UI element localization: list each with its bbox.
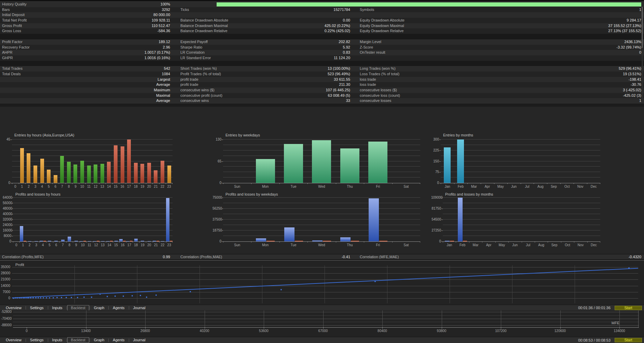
stat-label: Balance Drawdown Relative bbox=[180, 28, 228, 34]
stat-value: 37 155.52 (27.13%) bbox=[608, 23, 641, 29]
profit-bar bbox=[88, 241, 91, 241]
chart-plot-area bbox=[443, 198, 600, 242]
bar bbox=[340, 148, 359, 183]
data-point bbox=[38, 297, 39, 299]
loss-bar bbox=[351, 241, 359, 241]
y-axis-label: 18750 bbox=[213, 228, 221, 232]
gridline bbox=[12, 286, 638, 286]
x-axis-tick bbox=[166, 183, 166, 184]
gridline bbox=[13, 312, 639, 312]
stat-cell: Total Net Profit109 928.11 bbox=[0, 18, 179, 23]
stat-value: 542 bbox=[164, 66, 170, 71]
gridline bbox=[13, 315, 639, 316]
x-axis-label: 4 bbox=[40, 243, 46, 247]
tab-backtest[interactable]: Backtest bbox=[67, 337, 89, 343]
profit-bar bbox=[284, 227, 294, 241]
tab-inputs[interactable]: Inputs bbox=[49, 305, 66, 311]
x-axis-tick bbox=[600, 183, 600, 184]
start-button-bottom[interactable]: Start bbox=[615, 338, 642, 342]
bar-slot bbox=[99, 140, 106, 183]
x-axis-label: Wed bbox=[307, 243, 335, 247]
y-axis-label: 35000 bbox=[0, 265, 10, 269]
gridline bbox=[619, 311, 620, 327]
tab-agents[interactable]: Agents bbox=[109, 338, 128, 343]
x-axis-tick bbox=[172, 183, 173, 184]
tab-inputs[interactable]: Inputs bbox=[49, 338, 66, 343]
x-axis-label: 93800 bbox=[431, 329, 452, 333]
tab-journal[interactable]: Journal bbox=[129, 338, 149, 343]
bar-slot bbox=[152, 140, 159, 183]
x-axis-label: Aug bbox=[534, 185, 547, 188]
bar-slot bbox=[32, 140, 39, 183]
tab-settings[interactable]: Settings bbox=[26, 305, 47, 311]
stat-label: AHPR bbox=[2, 50, 13, 55]
chart-plot-area bbox=[223, 198, 420, 242]
stats-scrollbar-thumb[interactable] bbox=[642, 7, 643, 48]
x-axis-label: 14 bbox=[106, 243, 112, 247]
y-axis-label: 0 bbox=[431, 181, 439, 185]
stat-cell: loss trade-198.41 bbox=[357, 77, 644, 82]
y-axis-label: 0 bbox=[213, 181, 221, 185]
y-axis-label: 0 bbox=[3, 239, 11, 243]
y-axis-label: 21000 bbox=[0, 277, 10, 281]
x-axis-label: Oct bbox=[561, 243, 574, 247]
bar bbox=[100, 164, 104, 183]
tab-settings[interactable]: Settings bbox=[26, 338, 47, 343]
bar-slots bbox=[223, 198, 420, 241]
x-axis-label: 10 bbox=[80, 243, 86, 247]
correlation-cell: Correlation (Profits,MFE)0.99 bbox=[0, 254, 179, 259]
profit-bar bbox=[48, 241, 51, 241]
tab-backtest[interactable]: Backtest bbox=[67, 305, 89, 311]
tab-separator bbox=[108, 339, 109, 342]
tab-overview[interactable]: Overview bbox=[2, 338, 25, 343]
bar-slot bbox=[495, 198, 508, 241]
stat-row: Initial Deposit80 000.00 bbox=[0, 12, 644, 18]
stat-label: History Quality bbox=[2, 2, 27, 7]
x-axis-tick bbox=[25, 183, 26, 184]
loss-bar bbox=[24, 241, 26, 241]
tab-graph[interactable]: Graph bbox=[90, 305, 108, 311]
bar-slot bbox=[166, 140, 173, 183]
tab-separator bbox=[90, 339, 90, 342]
x-axis-tick bbox=[86, 241, 86, 242]
x-axis-tick bbox=[166, 241, 166, 242]
stat-value: 19 (3.51%) bbox=[623, 71, 641, 77]
start-button-top[interactable]: Start bbox=[615, 306, 642, 310]
x-axis-tick bbox=[32, 183, 32, 184]
profit-bar bbox=[119, 239, 123, 241]
x-axis-label: 13 bbox=[99, 243, 106, 247]
stat-label: Total Deals bbox=[2, 71, 20, 77]
tab-journal[interactable]: Journal bbox=[129, 305, 149, 311]
bar-slot bbox=[46, 198, 53, 241]
stat-value: 9 284.17 bbox=[627, 18, 641, 23]
profit-bar bbox=[312, 240, 323, 241]
tab-agents[interactable]: Agents bbox=[109, 305, 128, 311]
x-axis-label: 16 bbox=[119, 185, 126, 188]
stat-label: Total Net Profit bbox=[2, 18, 27, 23]
stat-cell: consecutive wins33 bbox=[179, 98, 357, 104]
gridline bbox=[12, 298, 638, 299]
stat-value: 1084 bbox=[162, 71, 170, 77]
stat-cell: Recovery Factor2.96 bbox=[0, 45, 179, 50]
x-axis-tick bbox=[85, 183, 86, 184]
stat-label: LR Correlation bbox=[180, 50, 205, 55]
bar-slot bbox=[106, 140, 112, 183]
x-axis-tick bbox=[323, 328, 324, 329]
x-axis-tick bbox=[420, 183, 420, 184]
x-axis-tick bbox=[481, 183, 481, 184]
x-axis-tick bbox=[119, 183, 119, 184]
x-axis-label: 13400 bbox=[76, 329, 96, 333]
bar bbox=[33, 166, 37, 183]
x-axis-tick bbox=[146, 183, 146, 184]
stat-cell: profit trade33 611.55 bbox=[179, 77, 357, 82]
profit-bar bbox=[93, 241, 96, 241]
profit-mfe-scatter-chart: Profit 3500028000210001400070000 bbox=[0, 260, 644, 305]
y-axis-label: 28000 bbox=[0, 271, 10, 275]
tab-graph[interactable]: Graph bbox=[90, 338, 108, 343]
x-axis-label: 23 bbox=[166, 185, 173, 188]
data-point bbox=[155, 294, 157, 296]
x-axis-tick bbox=[112, 183, 113, 184]
x-axis-tick bbox=[561, 241, 561, 242]
stats-scrollbar[interactable] bbox=[642, 6, 643, 103]
bar-slot bbox=[146, 140, 153, 183]
